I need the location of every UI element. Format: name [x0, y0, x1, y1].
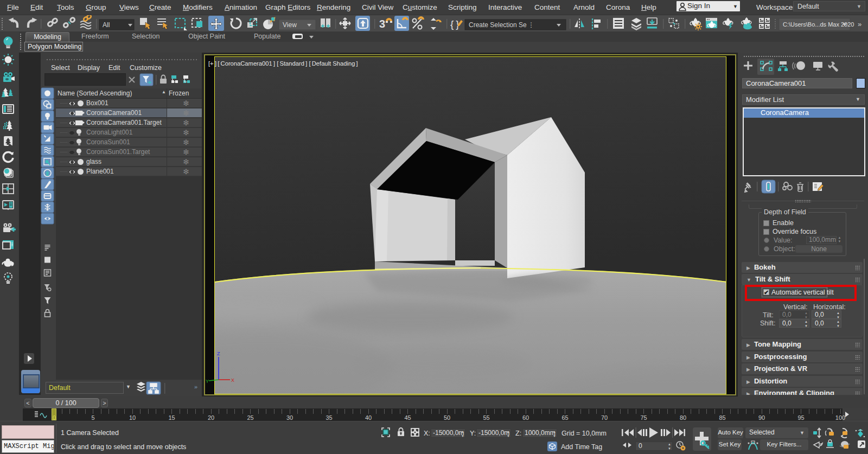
svg-text:X: X [231, 378, 234, 383]
svg-text:View: View [283, 21, 297, 29]
svg-text:»: » [194, 383, 199, 390]
svg-text:All: All [103, 21, 110, 29]
svg-text:{ }: { } [450, 18, 459, 30]
svg-text:3: 3 [379, 18, 385, 30]
svg-text:Z: Z [217, 351, 220, 356]
svg-text:Create Selection Se ⋮: Create Selection Se ⋮ [469, 21, 534, 29]
svg-text:»: » [858, 20, 861, 28]
svg-text:Y: Y [206, 379, 209, 384]
